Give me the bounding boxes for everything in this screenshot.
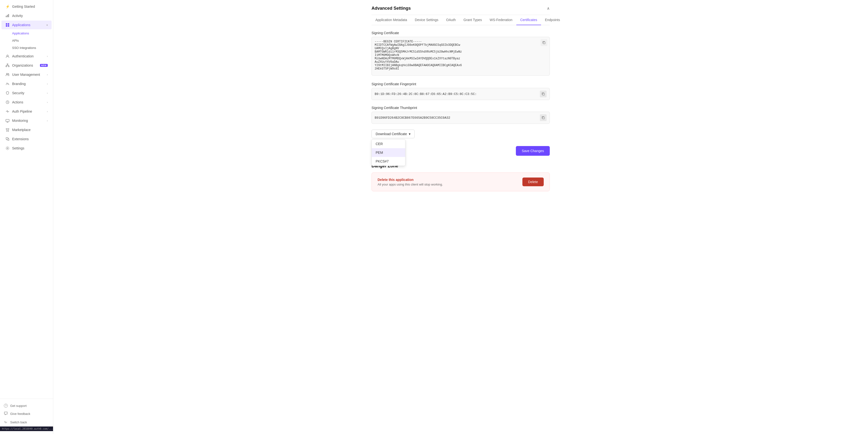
sidebar-item-organizations[interactable]: Organizations NEW [1, 61, 52, 70]
chevron-right-icon: › [47, 119, 48, 122]
svg-point-17 [7, 148, 8, 149]
svg-point-16 [8, 131, 9, 131]
tab-endpoints[interactable]: Endpoints [541, 15, 564, 25]
svg-rect-19 [542, 93, 545, 95]
svg-rect-18 [543, 42, 545, 44]
sidebar-item-actions[interactable]: Actions › [1, 98, 52, 106]
danger-zone-info: Delete this application All your apps us… [378, 178, 443, 186]
danger-zone-section: Danger Zone Delete this application All … [372, 163, 550, 191]
sidebar-get-support[interactable]: ? Get support [0, 402, 53, 409]
sidebar-sub-item-applications[interactable]: Applications [12, 30, 52, 37]
new-badge: NEW [40, 64, 48, 67]
main-content: Advanced Settings ∧ Application Metadata… [53, 0, 868, 434]
signing-fingerprint-input[interactable] [375, 92, 540, 96]
sidebar-item-settings[interactable]: Settings [1, 144, 52, 153]
svg-point-15 [6, 131, 7, 131]
branding-icon [5, 82, 10, 86]
tab-device-settings[interactable]: Device Settings [411, 15, 442, 25]
download-certificate-dropdown: CER PEM PKCS#7 [372, 139, 405, 166]
sidebar-switch-back[interactable]: Switch back [0, 418, 53, 427]
sidebar-item-label: Getting Started [12, 5, 48, 8]
user-management-icon [5, 72, 10, 77]
chevron-down-icon: ▾ [46, 24, 48, 26]
applications-icon [5, 23, 10, 27]
save-changes-button[interactable]: Save Changes [516, 146, 550, 156]
svg-rect-2 [8, 14, 9, 17]
sidebar-sub-item-sso[interactable]: SSO Integrations [12, 44, 52, 51]
signing-certificate-field: Signing Certificate -----BEGIN CERTIFICA… [372, 31, 550, 76]
sidebar-bottom: ? Get support Give feedback Switch back … [0, 399, 53, 434]
advanced-settings-title: Advanced Settings [372, 6, 411, 11]
delete-application-button[interactable]: Delete [522, 178, 544, 186]
sidebar-item-monitoring[interactable]: Monitoring › [1, 116, 52, 125]
signing-certificate-label: Signing Certificate [372, 31, 550, 35]
download-cer-option[interactable]: CER [372, 140, 405, 148]
chevron-right-icon: › [47, 92, 48, 94]
download-certificate-button[interactable]: Download Certificate ▾ [372, 130, 414, 138]
signing-certificate-textarea[interactable]: -----BEGIN CERTIFICATE----- MIIDTCCAfWgA… [372, 37, 550, 75]
sidebar-item-branding[interactable]: Branding › [1, 80, 52, 88]
chevron-right-icon: › [47, 73, 48, 76]
tab-ws-federation[interactable]: WS-Federation [486, 15, 516, 25]
download-pkcs7-option[interactable]: PKCS#7 [372, 157, 405, 166]
sidebar-item-getting-started[interactable]: ⚡ Getting Started [1, 2, 52, 11]
advanced-settings-header: Advanced Settings ∧ [372, 6, 550, 15]
svg-rect-6 [8, 25, 9, 27]
chevron-down-icon: ▾ [409, 132, 410, 136]
signing-thumbprint-wrapper [372, 112, 550, 124]
collapse-icon[interactable]: ∧ [547, 6, 550, 11]
sidebar-item-authentication[interactable]: Authentication › [1, 52, 52, 61]
marketplace-icon [5, 128, 10, 132]
sidebar-item-user-management[interactable]: User Management › [1, 70, 52, 79]
sidebar-sub-item-apis[interactable]: APIs [12, 37, 52, 44]
copy-certificate-button[interactable] [540, 39, 547, 46]
sidebar-item-extensions[interactable]: Extensions [1, 135, 52, 144]
signing-fingerprint-wrapper [372, 88, 550, 100]
sidebar-item-label: Applications [12, 23, 44, 27]
sidebar-item-auth-pipeline[interactable]: Auth Pipeline › [1, 107, 52, 116]
sidebar-sub-applications: Applications APIs SSO Integrations [0, 30, 53, 52]
sidebar: ⚡ Getting Started Activity Applications … [0, 0, 53, 434]
activity-icon [5, 13, 10, 18]
signing-certificate-wrapper: -----BEGIN CERTIFICATE----- MIIDTCCAfWgA… [372, 37, 550, 76]
signing-fingerprint-field: Signing Certificate Fingerprint [372, 82, 550, 100]
download-certificate-wrapper: Download Certificate ▾ CER PEM PKCS#7 [372, 130, 414, 138]
extensions-icon [5, 137, 10, 141]
tab-oauth[interactable]: OAuth [442, 15, 460, 25]
svg-rect-3 [6, 23, 7, 25]
switch-back-icon [4, 420, 8, 425]
svg-rect-4 [8, 23, 9, 25]
svg-rect-5 [6, 25, 7, 27]
sidebar-item-marketplace[interactable]: Marketplace [1, 125, 52, 134]
sidebar-item-security[interactable]: Security › [1, 89, 52, 97]
copy-thumbprint-button[interactable] [540, 114, 547, 121]
chevron-right-icon: › [47, 55, 48, 58]
copy-fingerprint-button[interactable] [540, 91, 547, 97]
organizations-icon [5, 63, 10, 68]
delete-app-description: All your apps using this client will sto… [378, 183, 443, 186]
sidebar-item-activity[interactable]: Activity [1, 11, 52, 20]
tab-grant-types[interactable]: Grant Types [460, 15, 486, 25]
sidebar-item-label: Activity [12, 14, 48, 18]
tab-application-metadata[interactable]: Application Metadata [372, 15, 411, 25]
monitoring-icon [5, 118, 10, 123]
url-bar: https://local.2016040.auth0.com/... [0, 427, 53, 431]
download-pem-option[interactable]: PEM [372, 148, 405, 157]
advanced-settings-section: Advanced Settings ∧ Application Metadata… [372, 6, 550, 156]
advanced-settings-tabs: Application Metadata Device Settings OAu… [372, 15, 550, 25]
svg-point-12 [8, 73, 9, 74]
auth-pipeline-icon [5, 109, 10, 114]
chevron-right-icon: › [47, 83, 48, 85]
support-icon: ? [4, 404, 8, 408]
signing-thumbprint-label: Signing Certificate Thumbprint [372, 106, 550, 110]
delete-app-title: Delete this application [378, 178, 443, 182]
svg-rect-14 [6, 119, 9, 122]
signing-thumbprint-input[interactable] [375, 116, 540, 120]
authentication-icon [5, 54, 10, 58]
security-icon [5, 91, 10, 95]
tab-certificates[interactable]: Certificates [516, 15, 541, 25]
sidebar-item-applications[interactable]: Applications ▾ [1, 21, 52, 29]
signing-thumbprint-field: Signing Certificate Thumbprint [372, 106, 550, 124]
feedback-icon [4, 411, 8, 416]
sidebar-give-feedback[interactable]: Give feedback [0, 409, 53, 418]
